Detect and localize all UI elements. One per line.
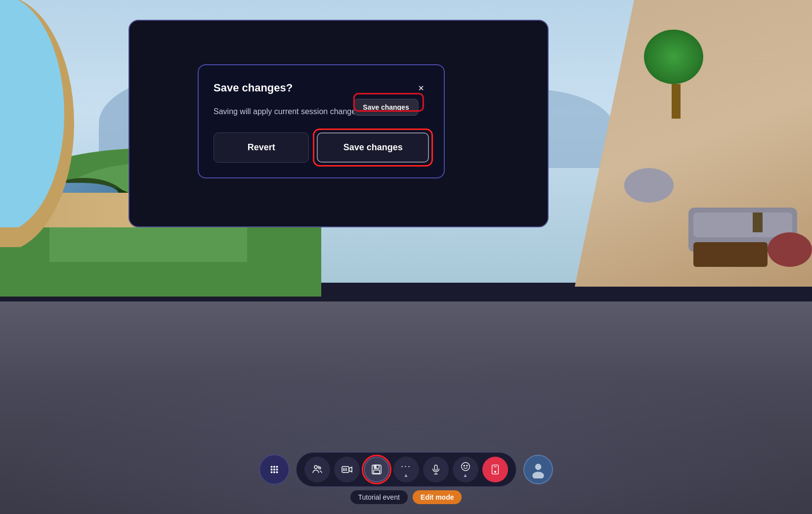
tree-canopy [644, 30, 703, 84]
avatar-icon [529, 461, 547, 478]
status-bar: Tutorial event Edit mode [350, 490, 462, 504]
presenter-button[interactable] [304, 457, 330, 482]
svg-point-29 [535, 464, 541, 470]
svg-point-7 [273, 471, 275, 473]
dialog-actions: Revert Save changes Save changes Save ch… [214, 132, 429, 163]
media-button[interactable] [334, 457, 360, 482]
save-tooltip: Save changes [353, 99, 418, 116]
svg-point-2 [276, 466, 278, 468]
more-button[interactable]: ··· ▲ [393, 457, 419, 482]
tree [649, 30, 703, 119]
grid-icon [269, 464, 280, 475]
svg-point-0 [271, 466, 272, 468]
save-changes-dialog: Save changes? × Saving will apply curren… [198, 64, 445, 178]
svg-point-26 [494, 471, 496, 472]
svg-rect-18 [375, 466, 376, 468]
avatar-button[interactable] [523, 455, 553, 484]
close-button[interactable]: × [413, 80, 429, 96]
svg-rect-19 [434, 465, 437, 471]
emoji-button[interactable]: ▲ [453, 457, 478, 482]
mic-button[interactable] [423, 457, 449, 482]
svg-point-1 [273, 466, 275, 468]
tree-trunk [672, 84, 681, 119]
svg-point-6 [271, 471, 272, 473]
save-button-label: Save changes [343, 142, 403, 152]
exit-button[interactable] [482, 457, 508, 482]
edit-mode-badge: Edit mode [413, 490, 462, 504]
mic-icon [430, 464, 441, 475]
save-changes-button[interactable]: Save changes Save changes Save changes [317, 132, 429, 163]
bottom-toolbar: ··· ▲ ▲ [259, 452, 553, 487]
emoji-chevron: ▲ [463, 472, 468, 478]
toolbar-group: ··· ▲ ▲ [296, 452, 516, 487]
presenter-icon [311, 464, 323, 475]
grid-menu-button[interactable] [259, 455, 289, 484]
svg-point-4 [273, 469, 275, 471]
svg-point-24 [466, 465, 467, 466]
plant-pot [753, 213, 763, 232]
svg-point-22 [461, 463, 470, 471]
event-label: Tutorial event [350, 490, 408, 504]
svg-rect-17 [374, 470, 380, 473]
svg-rect-11 [342, 467, 349, 472]
media-icon [341, 464, 353, 475]
dialog-title: Save changes? [214, 82, 293, 94]
more-dots-label: ··· [401, 461, 411, 471]
dialog-header: Save changes? × [214, 80, 429, 96]
revert-button[interactable]: Revert [214, 132, 309, 163]
svg-point-3 [271, 469, 272, 471]
floor-sheen [0, 341, 812, 514]
save-disk-icon [371, 464, 383, 475]
chevron-up-icon: ▲ [404, 472, 409, 478]
save-toolbar-button[interactable] [364, 457, 389, 482]
ottoman [768, 232, 812, 267]
rock-right [624, 168, 674, 203]
sofa-cushion [693, 213, 792, 237]
emoji-icon [460, 461, 471, 472]
svg-point-9 [314, 466, 317, 469]
exit-icon [490, 464, 501, 475]
coffee-table [693, 242, 768, 267]
svg-point-23 [464, 465, 465, 466]
svg-point-5 [276, 469, 278, 471]
svg-point-8 [276, 471, 278, 473]
